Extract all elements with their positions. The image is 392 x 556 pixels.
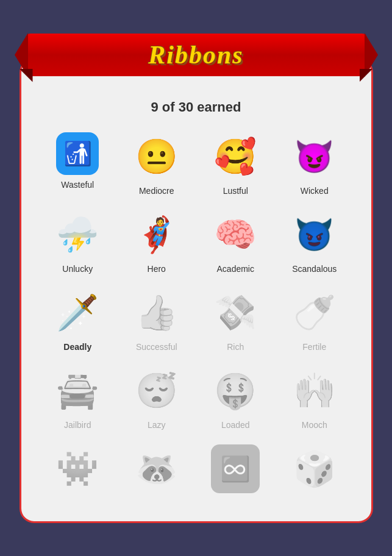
ribbon-item-hero[interactable]: 🦸 Hero xyxy=(118,205,195,279)
mediocre-icon: 😐 xyxy=(132,132,181,181)
unlucky-label: Unlucky xyxy=(62,264,93,274)
ribbon-banner: Ribbons xyxy=(26,27,367,82)
ribbon-item-rich[interactable]: 💸 Rich xyxy=(198,283,274,357)
academic-label: Academic xyxy=(217,264,254,274)
ribbon-item-lazy[interactable]: 😴 Lazy xyxy=(118,362,195,435)
mooch-icon: 🙌 xyxy=(290,366,339,415)
page-background: Ribbons 9 of 30 earned 🚮 Wasteful 😐 Medi… xyxy=(0,0,392,556)
ribbon-item-mooch[interactable]: 🙌 Mooch xyxy=(276,362,353,435)
ribbon-item-loaded[interactable]: 🤑 Loaded xyxy=(198,362,274,435)
ribbon-item-scandalous[interactable]: 😈 Scandalous xyxy=(276,205,353,279)
rich-label: Rich xyxy=(227,342,244,352)
hero-label: Hero xyxy=(148,264,166,274)
raccoon-icon: 🦝 xyxy=(132,444,181,493)
jailbird-icon: 🚔 xyxy=(53,366,102,415)
wasteful-label: Wasteful xyxy=(61,180,94,190)
mediocre-label: Mediocre xyxy=(139,186,174,196)
academic-icon: 🧠 xyxy=(211,210,260,259)
ribbons-title: Ribbons xyxy=(148,40,243,70)
fertile-label: Fertile xyxy=(302,342,326,352)
ribbon-item-dice[interactable]: 🎲 xyxy=(276,440,353,503)
ribbon-item-deadly[interactable]: 🗡️ Deadly xyxy=(40,283,116,357)
deadly-icon: 🗡️ xyxy=(53,288,102,337)
ribbon-item-raccoon[interactable]: 🦝 xyxy=(118,440,195,503)
mooch-label: Mooch xyxy=(302,420,327,430)
loaded-icon: 🤑 xyxy=(211,366,260,415)
loaded-label: Loaded xyxy=(221,420,250,430)
wicked-icon: 😈 xyxy=(290,132,339,181)
ribbon-item-successful[interactable]: 👍 Successful xyxy=(118,283,195,357)
scandalous-label: Scandalous xyxy=(292,264,337,274)
rich-icon: 💸 xyxy=(211,288,260,337)
earned-count: 9 of 30 earned xyxy=(40,99,353,115)
scandalous-icon: 😈 xyxy=(290,210,339,259)
ribbon-item-jailbird[interactable]: 🚔 Jailbird xyxy=(40,362,116,435)
deadly-label: Deadly xyxy=(63,342,91,352)
ribbons-grid: 🚮 Wasteful 😐 Mediocre 🥰 Lustful 😈 Wicked xyxy=(40,127,353,503)
ribbon-item-wicked[interactable]: 😈 Wicked xyxy=(276,127,353,201)
infinite-icon: ♾️ xyxy=(211,444,260,493)
successful-label: Successful xyxy=(136,342,177,352)
lazy-label: Lazy xyxy=(148,420,166,430)
unlucky-icon: ⛈️ xyxy=(53,210,102,259)
ribbon-item-academic[interactable]: 🧠 Academic xyxy=(198,205,274,279)
ribbon-item-monster[interactable]: 👾 xyxy=(40,440,116,503)
ribbon-item-mediocre[interactable]: 😐 Mediocre xyxy=(118,127,195,201)
ribbon-item-infinite[interactable]: ♾️ xyxy=(198,440,274,503)
wasteful-icon: 🚮 xyxy=(56,132,99,175)
dice-icon: 🎲 xyxy=(290,444,339,493)
lustful-label: Lustful xyxy=(223,186,248,196)
lustful-icon: 🥰 xyxy=(211,132,260,181)
ribbon-item-unlucky[interactable]: ⛈️ Unlucky xyxy=(40,205,116,279)
hero-icon: 🦸 xyxy=(132,210,181,259)
monster-icon: 👾 xyxy=(53,444,102,493)
main-panel: 9 of 30 earned 🚮 Wasteful 😐 Mediocre 🥰 L… xyxy=(20,58,373,523)
lazy-icon: 😴 xyxy=(132,366,181,415)
jailbird-label: Jailbird xyxy=(64,420,91,430)
fertile-icon: 🍼 xyxy=(290,288,339,337)
modal-container: Ribbons 9 of 30 earned 🚮 Wasteful 😐 Medi… xyxy=(20,46,373,523)
ribbon-item-fertile[interactable]: 🍼 Fertile xyxy=(276,283,353,357)
wicked-label: Wicked xyxy=(301,186,329,196)
successful-icon: 👍 xyxy=(132,288,181,337)
ribbon-item-wasteful[interactable]: 🚮 Wasteful xyxy=(40,127,116,201)
ribbon-item-lustful[interactable]: 🥰 Lustful xyxy=(198,127,274,201)
